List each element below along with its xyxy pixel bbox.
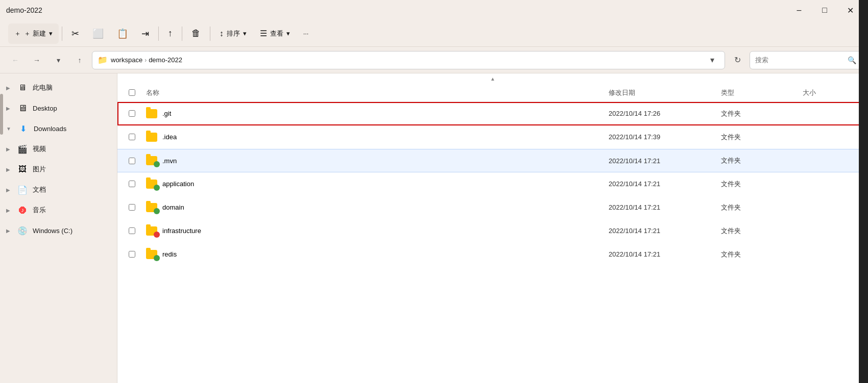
file-name-mvn: .mvn — [162, 157, 177, 165]
date-column-header[interactable]: 修改日期 — [609, 88, 721, 97]
row-checkbox[interactable] — [129, 251, 135, 258]
back-button[interactable]: ← — [6, 51, 25, 69]
table-row[interactable]: application 2022/10/14 17:21 文件夹 — [117, 172, 868, 196]
window-title: demo-2022 — [6, 6, 42, 14]
move-button[interactable]: ⇥ — [135, 23, 155, 44]
row-checkbox[interactable] — [129, 181, 135, 187]
file-name-infrastructure: infrastructure — [162, 227, 201, 235]
up-button[interactable]: ↑ — [70, 51, 89, 69]
expand-icon-pictures: ▶ — [6, 167, 10, 172]
collapse-icon: ▲ — [490, 76, 495, 82]
row-checkbox[interactable] — [129, 134, 135, 140]
folder-icon-domain — [146, 203, 157, 212]
copy-button[interactable]: ⬜ — [86, 23, 110, 44]
row-checkbox[interactable] — [129, 110, 135, 117]
file-name-domain: domain — [162, 203, 184, 211]
table-row[interactable]: infrastructure 2022/10/14 17:21 文件夹 — [117, 219, 868, 243]
check-all-checkbox[interactable] — [129, 89, 135, 96]
separator-4 — [210, 27, 210, 41]
sidebar-scrollbar-thumb[interactable] — [0, 94, 3, 135]
path-workspace: workspace — [111, 56, 142, 64]
path-separator: › — [144, 57, 147, 64]
search-icon: 🔍 — [848, 56, 856, 64]
folder-shape — [146, 133, 157, 142]
table-row[interactable]: redis 2022/10/14 17:21 文件夹 — [117, 243, 868, 266]
sidebar-item-documents[interactable]: ▶ 📄 文档 — [0, 180, 117, 200]
sidebar-item-music[interactable]: ▶ ♪ 音乐 — [0, 200, 117, 220]
name-column-header[interactable]: 名称 — [142, 88, 609, 97]
forward-button[interactable]: → — [28, 51, 46, 69]
sort-dropdown-icon: ▾ — [243, 30, 247, 37]
refresh-button[interactable]: ↻ — [728, 51, 746, 69]
table-row[interactable]: domain 2022/10/14 17:21 文件夹 — [117, 196, 868, 219]
desktop-icon: 🖥 — [17, 103, 28, 113]
table-row[interactable]: .git 2022/10/14 17:26 文件夹 — [117, 102, 868, 125]
path-dropdown-icon[interactable]: ▾ — [705, 53, 719, 67]
cut-button[interactable]: ✂ — [65, 23, 85, 44]
sidebar-label-downloads: Downloads — [34, 125, 66, 133]
sidebar-item-downloads[interactable]: ▼ ⬇ Downloads — [0, 118, 117, 139]
documents-icon: 📄 — [17, 185, 28, 195]
file-date-mvn: 2022/10/14 17:21 — [609, 157, 721, 165]
address-path[interactable]: 📁 workspace › demo-2022 ▾ — [92, 51, 725, 69]
file-list: .git 2022/10/14 17:26 文件夹 .idea 2022/10/… — [117, 102, 868, 383]
more-icon: ··· — [303, 30, 309, 37]
expand-icon-desktop: ▶ — [6, 106, 10, 111]
share-icon: ↑ — [168, 28, 173, 39]
size-column-header[interactable]: 大小 — [803, 88, 864, 97]
sidebar-item-this-pc[interactable]: ▶ 🖥 此电脑 — [0, 78, 117, 98]
sidebar-item-desktop[interactable]: ▶ 🖥 Desktop — [0, 98, 117, 118]
file-type-domain: 文件夹 — [721, 203, 803, 212]
file-name-git: .git — [162, 110, 171, 117]
more-button[interactable]: ··· — [297, 23, 315, 44]
folder-icon-mvn — [146, 156, 157, 165]
collapse-bar[interactable]: ▲ — [117, 73, 868, 84]
file-date-domain: 2022/10/14 17:21 — [609, 203, 721, 211]
table-row[interactable]: .idea 2022/10/14 17:39 文件夹 — [117, 125, 868, 149]
row-check-mvn[interactable] — [122, 158, 142, 164]
folder-icon-application — [146, 180, 157, 189]
row-check-infrastructure[interactable] — [122, 227, 142, 234]
row-check-idea[interactable] — [122, 134, 142, 140]
row-checkbox[interactable] — [129, 204, 135, 211]
file-date-infrastructure: 2022/10/14 17:21 — [609, 227, 721, 235]
check-all-column[interactable] — [122, 89, 142, 96]
maven-badge — [154, 255, 160, 261]
file-type-git: 文件夹 — [721, 109, 803, 118]
row-check-application[interactable] — [122, 181, 142, 187]
row-check-redis[interactable] — [122, 251, 142, 258]
row-check-domain[interactable] — [122, 204, 142, 211]
sidebar-item-pictures[interactable]: ▶ 🖼 图片 — [0, 159, 117, 180]
maximize-button[interactable]: □ — [813, 2, 836, 18]
sort-icon: ↕ — [220, 29, 224, 38]
search-box[interactable]: 🔍 — [750, 51, 862, 69]
file-name-cell-application: application — [142, 180, 609, 189]
file-name-application: application — [162, 180, 194, 188]
toolbar: ＋ ＋ 新建 ▾ ✂ ⬜ 📋 ⇥ ↑ 🗑 ↕ 排序 ▾ ☰ 查看 ▾ ··· — [0, 20, 868, 47]
minimize-button[interactable]: – — [787, 2, 811, 18]
table-row[interactable]: .mvn 2022/10/14 17:21 文件夹 — [117, 149, 868, 172]
column-headers: 名称 修改日期 类型 大小 — [117, 84, 868, 102]
share-button[interactable]: ↑ — [162, 23, 179, 44]
dropdown-button[interactable]: ▾ — [49, 51, 67, 69]
maven-badge — [154, 161, 160, 167]
sort-button[interactable]: ↕ 排序 ▾ — [213, 23, 253, 44]
view-button[interactable]: ☰ 查看 ▾ — [254, 23, 296, 44]
type-column-header[interactable]: 类型 — [721, 88, 803, 97]
file-name-redis: redis — [162, 250, 177, 258]
row-checkbox[interactable] — [129, 227, 135, 234]
new-button[interactable]: ＋ ＋ 新建 ▾ — [8, 23, 59, 44]
file-type-idea: 文件夹 — [721, 133, 803, 142]
row-checkbox[interactable] — [129, 158, 135, 164]
search-input[interactable] — [755, 56, 845, 64]
delete-button[interactable]: 🗑 — [185, 23, 207, 44]
sidebar-label-documents: 文档 — [33, 185, 46, 194]
file-type-mvn: 文件夹 — [721, 156, 803, 165]
paste-button[interactable]: 📋 — [111, 23, 134, 44]
file-area: ▲ 名称 修改日期 类型 大小 .git — [117, 73, 868, 383]
folder-icon-redis — [146, 250, 157, 259]
title-bar: demo-2022 – □ ✕ — [0, 0, 868, 20]
sidebar-item-windows-c[interactable]: ▶ 💿 Windows (C:) — [0, 220, 117, 241]
row-check-git[interactable] — [122, 110, 142, 117]
sidebar-item-videos[interactable]: ▶ 🎬 视频 — [0, 139, 117, 159]
